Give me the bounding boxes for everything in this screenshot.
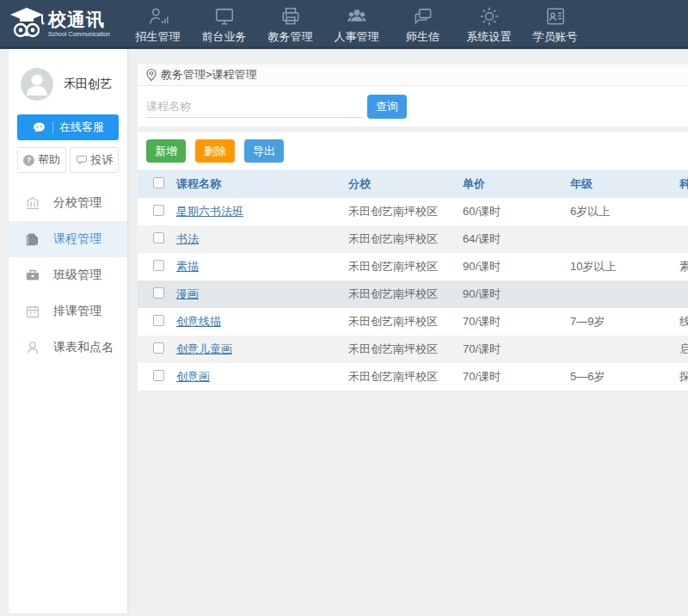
branch-cell: 禾田创艺南坪校区 bbox=[342, 231, 457, 247]
calendar-icon bbox=[24, 303, 41, 320]
sidebar: 禾田创艺 在线客服 ? 帮助 bbox=[9, 49, 127, 613]
delete-button[interactable]: 删除 bbox=[195, 139, 235, 163]
row-checkbox[interactable] bbox=[153, 205, 164, 216]
username: 禾田创艺 bbox=[64, 77, 112, 92]
nav-label: 人事管理 bbox=[329, 29, 384, 45]
sidebar-item-label: 课表和点名 bbox=[53, 340, 114, 355]
sidebar-item-timetable-rollcall[interactable]: 课表和点名 bbox=[9, 330, 127, 366]
nav-item-messages[interactable]: 师生信 bbox=[390, 0, 456, 46]
chat-bubble-icon bbox=[412, 5, 434, 28]
search-bar: 查询 bbox=[138, 86, 688, 126]
sidebar-item-label: 课程管理 bbox=[53, 231, 101, 247]
price-cell: 70/课时 bbox=[457, 369, 564, 385]
column-header: 分校 bbox=[342, 176, 457, 192]
price-cell: 90/课时 bbox=[457, 259, 564, 274]
id-card-icon bbox=[544, 5, 567, 28]
sidebar-item-label: 分校管理 bbox=[53, 195, 101, 211]
monitor-icon bbox=[213, 5, 236, 28]
column-header: 单价 bbox=[457, 176, 564, 192]
brand-title: 校通讯 bbox=[48, 10, 110, 28]
sidebar-item-branch-mgmt[interactable]: 分校管理 bbox=[9, 185, 127, 221]
branch-cell: 禾田创艺南坪校区 bbox=[342, 259, 457, 274]
divider bbox=[52, 121, 53, 133]
subject-cell: 素 bbox=[673, 259, 688, 274]
nav-item-settings[interactable]: 系统设置 bbox=[456, 0, 522, 46]
nav-item-academic[interactable]: 教务管理 bbox=[257, 0, 323, 46]
gear-icon bbox=[478, 5, 501, 28]
user-profile: 禾田创艺 bbox=[9, 68, 127, 101]
course-name-search-input[interactable] bbox=[146, 95, 364, 118]
price-cell: 70/课时 bbox=[457, 314, 564, 330]
table-row: 创意线描 禾田创艺南坪校区 70/课时 7—9岁 线 bbox=[138, 308, 688, 336]
course-name-link[interactable]: 素描 bbox=[176, 260, 199, 273]
nav-item-student-account[interactable]: 学员账号管理 bbox=[522, 0, 588, 46]
grade-cell: 10岁以上 bbox=[564, 259, 673, 274]
people-icon bbox=[346, 5, 368, 28]
sidebar-item-label: 排课管理 bbox=[53, 304, 101, 319]
online-service-button[interactable]: 在线客服 bbox=[17, 114, 119, 140]
question-icon: ? bbox=[23, 155, 34, 166]
complaint-button[interactable]: 投诉 bbox=[70, 147, 119, 173]
select-all-checkbox[interactable] bbox=[153, 177, 164, 188]
nav-label: 学员账号管理 bbox=[528, 29, 583, 49]
row-checkbox[interactable] bbox=[153, 232, 164, 243]
sidebar-item-label: 班级管理 bbox=[53, 268, 101, 283]
table-row: 创意画 禾田创艺南坪校区 70/课时 5—6岁 探 bbox=[138, 363, 688, 391]
row-checkbox[interactable] bbox=[153, 287, 164, 299]
course-name-link[interactable]: 创意画 bbox=[176, 370, 210, 383]
course-name-link[interactable]: 星期六书法班 bbox=[176, 205, 243, 218]
complaint-chat-icon bbox=[76, 154, 88, 166]
nav-label: 前台业务 bbox=[197, 29, 252, 45]
row-checkbox[interactable] bbox=[153, 315, 164, 326]
table-row: 星期六书法班 禾田创艺南坪校区 60/课时 6岁以上 bbox=[138, 198, 688, 225]
column-header: 年级 bbox=[564, 176, 673, 192]
row-checkbox[interactable] bbox=[153, 260, 164, 271]
help-button[interactable]: ? 帮助 bbox=[17, 147, 66, 173]
nav-item-frontdesk[interactable]: 前台业务 bbox=[191, 0, 257, 46]
person-signal-icon bbox=[147, 5, 169, 28]
top-navigation: 校通讯 School Communication 招生管理 前台业务 bbox=[0, 0, 688, 49]
table-header-row: 课程名称 分校 单价 年级 科目 bbox=[138, 169, 688, 198]
briefcase-icon bbox=[24, 267, 41, 284]
course-name-link[interactable]: 创意儿童画 bbox=[176, 342, 232, 355]
price-cell: 90/课时 bbox=[457, 286, 564, 302]
breadcrumb-text: 教务管理>课程管理 bbox=[161, 67, 257, 83]
brand-text: 校通讯 School Communication bbox=[48, 10, 110, 37]
brand-logo[interactable]: 校通讯 School Communication bbox=[0, 0, 125, 46]
bank-icon bbox=[24, 194, 41, 212]
column-header: 科目 bbox=[673, 176, 688, 192]
price-cell: 70/课时 bbox=[457, 342, 564, 357]
course-name-link[interactable]: 书法 bbox=[176, 232, 199, 245]
course-name-link[interactable]: 创意线描 bbox=[176, 315, 221, 328]
sidebar-item-schedule-mgmt[interactable]: 排课管理 bbox=[9, 293, 127, 330]
branch-cell: 禾田创艺南坪校区 bbox=[342, 342, 457, 357]
nav-label: 招生管理 bbox=[131, 29, 186, 45]
location-pin-icon bbox=[144, 68, 158, 82]
help-label: 帮助 bbox=[38, 152, 60, 168]
nav-label: 教务管理 bbox=[263, 29, 318, 45]
nav-item-hr[interactable]: 人事管理 bbox=[323, 0, 390, 46]
sidebar-item-course-mgmt[interactable]: 课程管理 bbox=[9, 221, 127, 257]
row-checkbox[interactable] bbox=[153, 342, 164, 354]
subject-cell: 线 bbox=[673, 314, 688, 330]
sidebar-item-class-mgmt[interactable]: 班级管理 bbox=[9, 257, 127, 293]
query-button[interactable]: 查询 bbox=[367, 95, 407, 119]
nav-item-recruit[interactable]: 招生管理 bbox=[125, 0, 191, 46]
branch-cell: 禾田创艺南坪校区 bbox=[342, 204, 457, 219]
add-button[interactable]: 新增 bbox=[146, 139, 186, 163]
export-button[interactable]: 导出 bbox=[244, 139, 284, 163]
subject-cell: 探 bbox=[673, 369, 688, 385]
printer-icon bbox=[280, 5, 302, 28]
person-icon bbox=[24, 339, 41, 356]
course-name-link[interactable]: 漫画 bbox=[176, 287, 199, 300]
avatar[interactable] bbox=[21, 68, 53, 101]
branch-cell: 禾田创艺南坪校区 bbox=[342, 369, 457, 385]
table-row: 漫画 禾田创艺南坪校区 90/课时 bbox=[138, 280, 688, 308]
grade-cell: 7—9岁 bbox=[564, 314, 673, 330]
table-row: 书法 禾田创艺南坪校区 64/课时 bbox=[138, 225, 688, 253]
nav-label: 师生信 bbox=[396, 29, 451, 45]
row-checkbox[interactable] bbox=[153, 370, 164, 381]
brand-subtitle: School Communication bbox=[48, 31, 110, 37]
course-table: 课程名称 分校 单价 年级 科目 星期六书法班 禾田创艺南坪校区 60/课时 6… bbox=[138, 169, 688, 391]
table-panel: 新增 删除 导出 课程名称 分校 单价 年级 科目 星期六书法班 禾田创艺南坪校… bbox=[138, 132, 688, 391]
